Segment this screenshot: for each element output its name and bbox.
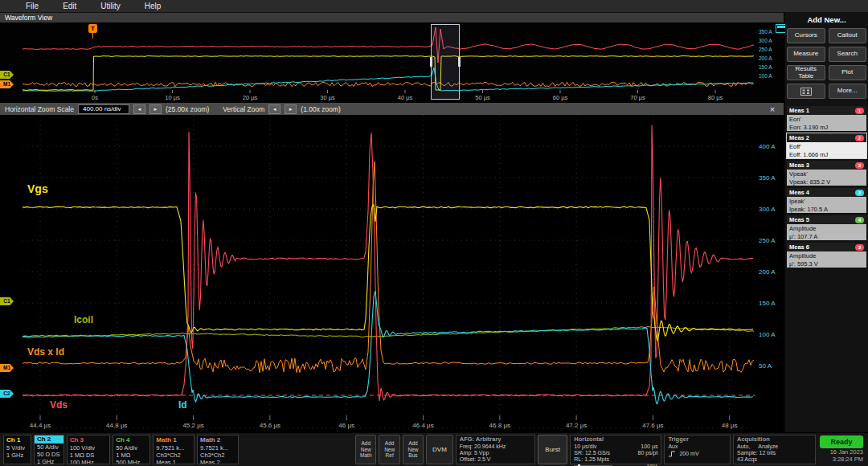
menu-help[interactable]: Help [145,2,162,10]
math2-scale: 9.7521 k... [200,444,235,452]
meas-source-pill: 1 [855,108,864,114]
ch1-scale: 5 V/div [6,444,28,452]
time-axis-label: 45.6 µs [260,422,280,429]
math2-badge[interactable]: Math 2 9.7521 k... Ch3*Ch2 Meas 2 [197,435,239,464]
add-new-ref-button[interactable]: Add New Ref [379,435,399,464]
meas-badge-name: Meas 1 [789,107,809,114]
overview-time-label: 60 µs [553,94,568,101]
acquisition-panel[interactable]: Acquisition Auto, Analyze Sample: 12 bit… [733,435,816,464]
ch3-label: Ch 3 [70,436,108,444]
time-axis-ticks [40,415,730,420]
meas-value: Ipeak: 170.5 A [789,206,864,214]
menu-bar: File Edit Utility Help [0,0,868,13]
overview-scale-label: 150 A [759,64,772,70]
ch4-scale: 50 A/div [116,444,147,452]
meas-value: Eoff: 1.666 mJ [789,151,864,159]
meas-badge-2[interactable]: Meas 22 Eoff'Eoff: 1.666 mJ [787,133,866,158]
vertical-zoom-label: Vertical Zoom [223,105,264,113]
meas-badge-1[interactable]: Meas 11 Eon'Eon: 3.190 mJ [787,106,866,131]
overview-time-label: 10 µs [165,94,180,101]
grid-icon [800,88,812,96]
amp-scale-label: 50 A [759,362,772,370]
afg-amplitude: Amp: 5 Vpp [460,450,531,456]
system-date: 16 Jan 2023 [830,449,863,456]
zoom-window-box[interactable] [431,24,460,100]
add-new-bus-button[interactable]: Add New Bus [403,435,424,464]
meas-badge-6[interactable]: Meas 63 Amplitudeµ': 595.3 V [787,243,866,268]
trigger-source: Aux [668,444,727,450]
meas-value: Eon: 3.190 mJ [789,124,864,132]
cursors-button[interactable]: Cursors [787,28,825,43]
overview-plot[interactable]: 0s 10 µs 20 µs 30 µs 40 µs 50 µs 60 µs 7… [0,22,784,103]
amp-scale-label: 300 A [759,206,776,213]
mask-test-button[interactable] [787,84,825,99]
overview-time-label: 0s [92,94,98,101]
horizontal-zoom-scale-value[interactable]: 400.00 ns/div [78,104,129,114]
add-new-title: Add New... [787,15,866,24]
results-table-button[interactable]: Results Table [787,65,825,80]
ch1-label: Ch 1 [6,436,28,444]
amp-scale-label: 150 A [759,300,776,307]
channel-badge-ch3[interactable]: Ch 3 100 V/div 1 MΩ DS 100 MHz [67,435,111,464]
time-axis-label: 47.6 µs [642,422,663,429]
vertical-zoom-increase-button[interactable]: ► [285,104,297,114]
menu-file[interactable]: File [26,2,39,10]
meas-source-pill: 3 [855,244,864,251]
channel-badge-ch4[interactable]: Ch 4 50 A/div 1 MΩ 500 MHz [113,435,150,464]
main-waveform-svg: 44.4 µs 44.8 µs 45.2 µs 45.6 µs 46 µs 46… [0,115,784,432]
search-button[interactable]: Search [829,47,867,62]
horizontal-window: 100 µs [641,444,657,450]
acquisition-mode: Auto, [737,444,750,450]
burst-button[interactable]: Burst [538,435,567,464]
menu-edit[interactable]: Edit [63,2,76,10]
meas-badge-name: Meas 5 [789,216,809,223]
measure-button[interactable]: Measure [787,47,825,62]
time-axis-label: 46.4 µs [412,422,433,429]
zoom-decrease-button[interactable]: ◄ [133,104,145,114]
math1-badge[interactable]: Math 1 9.7521 k... Ch3*Ch2 Meas 1 [153,435,194,464]
vds-trace [23,125,753,401]
trigger-panel[interactable]: Trigger Aux 200 mV [664,435,731,464]
afg-frequency: Freq: 20.9644 kHz [460,444,531,450]
overview-time-label: 20 µs [243,94,258,101]
vertical-zoom-factor: (1.00x zoom) [301,105,341,113]
horizontal-panel[interactable]: Horizontal 10 µs/div100 µs SR: 12.5 GS/s… [570,435,661,464]
id-trace [23,291,753,404]
vertical-zoom-decrease-button[interactable]: ◄ [268,104,280,114]
overview-id-trace [23,67,753,91]
horizontal-position-value: 10% [646,464,657,466]
meas-source-pill: 3 [855,162,864,169]
meas-badge-4[interactable]: Meas 42 Ipeak'Ipeak: 170.5 A [787,188,866,213]
meas-badge-3[interactable]: Meas 33 Vpeak'Vpeak: 835.2 V [787,161,866,186]
plot-button[interactable]: Plot [829,65,867,80]
record-length: RL: 1.25 Mpts [574,456,609,463]
zoomed-waveform-plot[interactable]: 44.4 µs 44.8 µs 45.2 µs 45.6 µs 46 µs 46… [0,115,784,432]
meas-value: µ': 595.3 V [789,260,864,268]
more-button[interactable]: More... [829,84,867,99]
acquisition-sample: Sample: 12 bits [737,450,812,456]
meas-badge-name: Meas 3 [789,161,809,169]
meas-source-pill: 4 [855,217,864,223]
callout-button[interactable]: Callout [829,28,867,43]
horizontal-zoom-factor: (25.00x zoom) [166,105,209,113]
meas-badge-5[interactable]: Meas 54 Amplitudeµ': 107.7 A [787,215,866,240]
add-new-math-button[interactable]: Add New Math [355,435,376,464]
meas-source-pill: 2 [855,190,864,196]
trigger-level: 200 mV [679,451,698,457]
trigger-position-marker[interactable]: T [88,24,97,33]
menu-utility[interactable]: Utility [100,2,120,10]
ready-status-button[interactable]: Ready [820,435,863,448]
waveform-workspace: Waveform View 0s 10 µs 20 µs 30 µs 40 µs… [0,13,784,432]
dvm-button[interactable]: DVM [426,435,453,464]
time-axis-label: 47.2 µs [566,422,587,429]
channel-badge-ch1[interactable]: Ch 1 5 V/div 1 GHz [3,435,31,464]
afg-panel[interactable]: AFG: Arbitrary Freq: 20.9644 kHz Amp: 5 … [456,435,535,464]
close-zoom-icon[interactable]: × [766,104,779,114]
overview-scale-label: 200 A [759,55,772,61]
zoom-increase-button[interactable]: ► [149,104,162,114]
meas-type: Eon' [789,116,864,124]
vds-x-id-power-trace [23,161,754,373]
channel-badge-ch2[interactable]: Ch 2 50 A/div 50 Ω DS 1 GHz [34,435,64,464]
overview-axis-ticks [95,90,715,93]
ch3-termination: 1 MΩ DS [70,452,108,459]
